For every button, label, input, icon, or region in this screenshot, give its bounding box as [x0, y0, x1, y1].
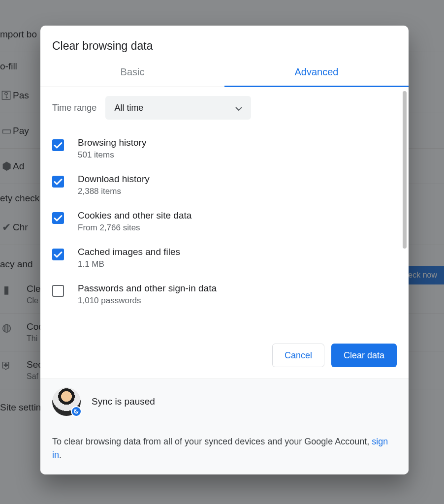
clear-option-checkbox[interactable]	[52, 139, 64, 151]
clear-option-checkbox[interactable]	[52, 249, 64, 260]
clear-option-title: Browsing history	[78, 137, 146, 148]
cancel-button[interactable]: Cancel	[272, 344, 324, 367]
clear-browsing-data-dialog: Clear browsing data Basic Advanced Time …	[40, 26, 409, 474]
clear-option-subtitle: 2,388 items	[78, 187, 150, 196]
clear-option-checkbox[interactable]	[52, 285, 64, 297]
clear-option-subtitle: 1,010 passwords	[78, 296, 217, 306]
tab-basic[interactable]: Basic	[40, 60, 224, 87]
clear-option-title: Cached images and files	[78, 247, 180, 257]
clear-option-subtitle: 501 items	[78, 150, 146, 160]
clear-option-checkbox[interactable]	[52, 176, 64, 188]
sync-message-period: .	[59, 450, 62, 460]
sync-message-text: To clear browsing data from all of your …	[52, 437, 372, 446]
dialog-title: Clear browsing data	[40, 26, 409, 60]
clear-option-title: Cookies and other site data	[78, 210, 191, 221]
clear-option-row: Cached images and files1.1 MB	[52, 242, 397, 278]
clear-option-row: Passwords and other sign-in data1,010 pa…	[52, 278, 397, 315]
time-range-select[interactable]: All time	[105, 96, 251, 120]
clear-option-subtitle: 1.1 MB	[78, 259, 180, 269]
scrollbar[interactable]	[403, 91, 407, 249]
dialog-body: Time range All time Browsing history501 …	[40, 87, 409, 339]
dialog-tabs: Basic Advanced	[40, 60, 409, 87]
chevron-down-icon	[235, 103, 242, 113]
sync-message: To clear browsing data from all of your …	[52, 435, 397, 462]
sync-info-box: Sync is paused To clear browsing data fr…	[40, 378, 409, 474]
tab-advanced[interactable]: Advanced	[224, 60, 409, 87]
sync-paused-badge-icon	[71, 406, 82, 417]
clear-data-button[interactable]: Clear data	[331, 344, 397, 367]
clear-option-subtitle: From 2,766 sites	[78, 223, 191, 233]
time-range-value: All time	[114, 103, 143, 113]
dialog-actions: Cancel Clear data	[40, 339, 409, 378]
sync-status-label: Sync is paused	[92, 396, 155, 407]
clear-option-row: Browsing history501 items	[52, 132, 397, 169]
time-range-label: Time range	[52, 103, 96, 113]
user-avatar	[52, 387, 81, 416]
clear-option-title: Passwords and other sign-in data	[78, 283, 217, 294]
clear-option-row: Cookies and other site dataFrom 2,766 si…	[52, 205, 397, 242]
clear-option-row: Download history2,388 items	[52, 169, 397, 205]
clear-option-checkbox[interactable]	[52, 212, 64, 224]
clear-option-title: Download history	[78, 174, 150, 185]
